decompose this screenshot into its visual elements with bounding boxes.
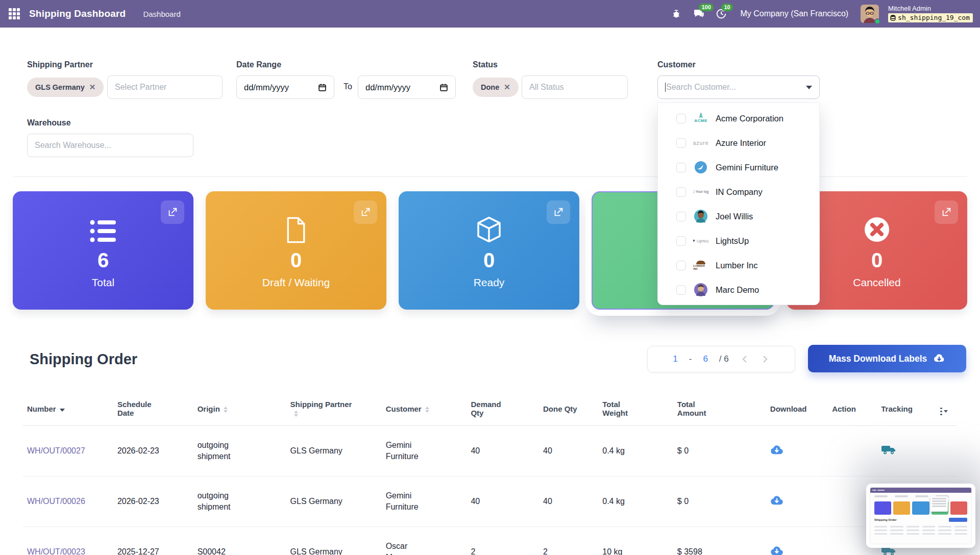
column-options-icon[interactable] bbox=[940, 408, 942, 416]
marc-demo-avatar bbox=[693, 282, 708, 297]
date-from-value: dd/mm/yyyy bbox=[244, 83, 289, 92]
tracking-truck-icon[interactable] bbox=[881, 444, 896, 456]
chevron-down-icon bbox=[806, 86, 812, 89]
company-switcher[interactable]: My Company (San Francisco) bbox=[740, 9, 848, 18]
date-to-input[interactable]: dd/mm/yyyy bbox=[358, 75, 456, 99]
shipping-dashboard-page: Shipping Dashboard Dashboard 100 bbox=[0, 0, 980, 555]
download-label-icon[interactable] bbox=[770, 545, 785, 555]
remove-partner-tag-icon[interactable]: ✕ bbox=[89, 83, 96, 92]
customer-option[interactable]: Marc Demo bbox=[658, 278, 819, 302]
order-number-link[interactable]: WH/OUT/00026 bbox=[27, 497, 85, 506]
shipping-partner-tag[interactable]: GLS Germany ✕ bbox=[27, 78, 104, 97]
table-row[interactable]: WH/OUT/00023 2025-12-27 S00042 GLS Germa… bbox=[23, 527, 957, 555]
customer-label: Customer bbox=[657, 60, 696, 69]
customer-select[interactable]: Search Customer... bbox=[657, 75, 820, 99]
card-draft-label: Draft / Waiting bbox=[262, 276, 330, 289]
nav-menu-dashboard[interactable]: Dashboard bbox=[143, 10, 180, 18]
status-tag[interactable]: Done ✕ bbox=[473, 78, 519, 97]
col-total-weight[interactable]: Total Weight bbox=[598, 393, 673, 426]
azure-logo: azure bbox=[693, 135, 708, 150]
order-number-link[interactable]: WH/OUT/00023 bbox=[27, 547, 85, 555]
user-block[interactable]: Mitchell Admin sh_shipping_19_com bbox=[888, 5, 973, 22]
orders-table: Number Schedule Date Origin Shipping Par… bbox=[23, 393, 957, 555]
customer-option-label: LightsUp bbox=[716, 236, 749, 246]
status-search-input[interactable] bbox=[522, 75, 628, 99]
col-schedule-date[interactable]: Schedule Date bbox=[113, 393, 193, 426]
download-label-icon[interactable] bbox=[770, 444, 785, 456]
card-cancel-value: 0 bbox=[871, 249, 883, 271]
checkbox[interactable] bbox=[676, 163, 686, 172]
col-done-qty[interactable]: Done Qty bbox=[539, 393, 598, 426]
mass-download-labels-button[interactable]: Mass Download Labels bbox=[808, 345, 966, 372]
col-origin[interactable]: Origin bbox=[193, 393, 286, 426]
next-page-icon[interactable] bbox=[761, 355, 770, 364]
page-start[interactable]: 1 bbox=[673, 354, 677, 364]
customer-option-label: Azure Interior bbox=[716, 138, 766, 148]
customer-dropdown: ÅACME Acme Corporation azure Azure Inter… bbox=[657, 103, 820, 305]
checkbox[interactable] bbox=[676, 236, 686, 246]
date-from-input[interactable]: dd/mm/yyyy bbox=[236, 75, 334, 99]
card-ready[interactable]: 0 Ready bbox=[399, 191, 579, 310]
table-row[interactable]: WH/OUT/00026 2026-02-23 outgoing shipmen… bbox=[23, 476, 957, 527]
customer-option[interactable]: LUMBER INC Lumber Inc bbox=[658, 253, 819, 278]
partner-search-input[interactable] bbox=[107, 75, 223, 99]
screen-preview-overlay[interactable]: Shipping Order bbox=[866, 484, 975, 548]
cancel-circle-icon bbox=[863, 212, 891, 244]
col-number[interactable]: Number bbox=[23, 393, 113, 426]
col-action[interactable]: Action bbox=[828, 393, 877, 426]
col-options[interactable] bbox=[936, 393, 957, 426]
card-ready-value: 0 bbox=[483, 249, 495, 271]
shipping-partner-tag-label: GLS Germany bbox=[35, 83, 85, 91]
table-row[interactable]: WH/OUT/00027 2026-02-23 outgoing shipmen… bbox=[23, 426, 957, 476]
customer-option[interactable]: ✦LightsUp LightsUp bbox=[658, 229, 819, 253]
warehouse-search-input[interactable] bbox=[27, 134, 193, 157]
debug-bug-icon[interactable] bbox=[670, 7, 683, 20]
col-shipping-partner[interactable]: Shipping Partner bbox=[286, 393, 382, 426]
stat-cards-row: 6 Total 0 Draft / Waiting bbox=[13, 191, 967, 310]
online-status-dot bbox=[874, 18, 880, 24]
download-label-icon[interactable] bbox=[770, 494, 785, 507]
screen-preview-thumbnail: Shipping Order bbox=[870, 487, 972, 544]
checkbox[interactable] bbox=[676, 285, 686, 295]
status-tag-label: Done bbox=[481, 83, 499, 91]
col-customer[interactable]: Customer bbox=[382, 393, 467, 426]
card-draft-value: 0 bbox=[290, 249, 302, 271]
user-avatar[interactable] bbox=[861, 5, 879, 23]
col-download[interactable]: Download bbox=[766, 393, 828, 426]
customer-option[interactable]: Joel Willis bbox=[658, 204, 819, 229]
checkbox[interactable] bbox=[676, 114, 686, 123]
checkbox[interactable] bbox=[676, 187, 686, 197]
date-range-label: Date Range bbox=[236, 60, 281, 69]
open-external-icon[interactable] bbox=[547, 200, 570, 224]
open-external-icon[interactable] bbox=[354, 200, 377, 224]
page-end[interactable]: 6 bbox=[703, 354, 707, 364]
top-navbar: Shipping Dashboard Dashboard 100 bbox=[0, 0, 980, 28]
acme-logo: ÅACME bbox=[693, 111, 708, 126]
open-external-icon[interactable] bbox=[935, 200, 958, 224]
checkbox[interactable] bbox=[676, 212, 686, 221]
remove-status-tag-icon[interactable]: ✕ bbox=[504, 83, 510, 92]
open-external-icon[interactable] bbox=[161, 200, 184, 224]
lightsup-logo: ✦LightsUp bbox=[693, 233, 708, 248]
card-draft-waiting[interactable]: 0 Draft / Waiting bbox=[206, 191, 386, 310]
date-to-value: dd/mm/yyyy bbox=[365, 83, 410, 92]
calendar-icon[interactable] bbox=[318, 83, 327, 92]
checkbox[interactable] bbox=[676, 261, 686, 270]
checkbox[interactable] bbox=[676, 138, 686, 148]
apps-grid-icon[interactable] bbox=[9, 8, 20, 19]
order-number-link[interactable]: WH/OUT/00027 bbox=[27, 446, 85, 455]
customer-option[interactable]: azure Azure Interior bbox=[658, 131, 819, 155]
calendar-icon[interactable] bbox=[439, 83, 448, 92]
messages-icon[interactable]: 100 bbox=[692, 7, 705, 20]
prev-page-icon[interactable] bbox=[740, 355, 749, 364]
col-demand-qty[interactable]: Demand Qty bbox=[467, 393, 539, 426]
col-tracking[interactable]: Tracking bbox=[877, 393, 936, 426]
customer-option[interactable]: Gemini Furniture bbox=[658, 155, 819, 180]
card-ready-label: Ready bbox=[474, 276, 505, 289]
customer-option[interactable]: ÅACME Acme Corporation bbox=[658, 106, 819, 131]
customer-option[interactable]: ⓘ Your logo IN Company bbox=[658, 180, 819, 204]
activities-clock-icon[interactable]: 10 bbox=[715, 7, 728, 20]
sort-desc-icon bbox=[60, 409, 65, 412]
col-total-amount[interactable]: Total Amount bbox=[673, 393, 766, 426]
card-total[interactable]: 6 Total bbox=[13, 191, 193, 310]
